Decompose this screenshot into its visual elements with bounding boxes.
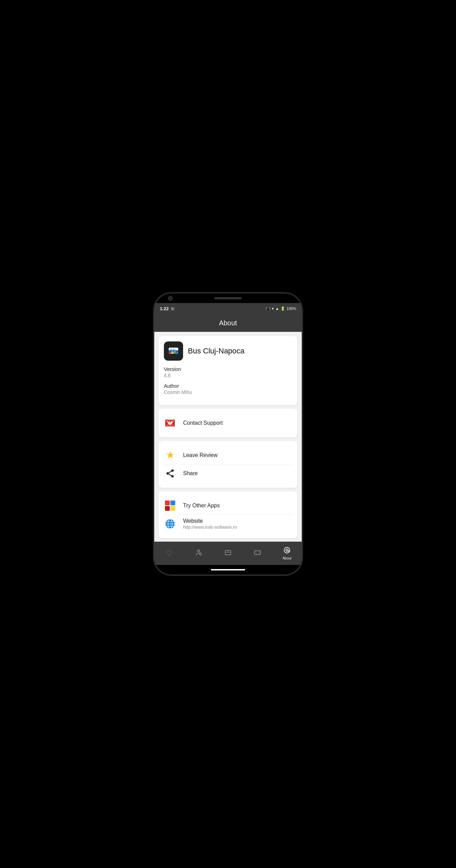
- try-other-apps-item[interactable]: Try Other Apps: [164, 497, 292, 515]
- nav-favorites[interactable]: ♡: [159, 548, 179, 558]
- signal-icon: ▲: [275, 306, 279, 311]
- status-left: 1:22 ◎: [160, 306, 174, 311]
- gmail-icon-wrapper: M: [164, 417, 176, 429]
- nav-routes[interactable]: [218, 547, 238, 559]
- phone-top-bar: [154, 293, 302, 303]
- leave-review-label: Leave Review: [183, 452, 218, 458]
- globe-icon-wrapper: [164, 518, 176, 530]
- svg-rect-11: [176, 352, 178, 354]
- star-icon-wrapper: ★: [164, 449, 176, 461]
- svg-point-20: [171, 475, 174, 478]
- contact-support-label: Contact Support: [183, 420, 223, 426]
- wifi-icon: ▾: [272, 306, 274, 311]
- tickets-icon: [254, 549, 261, 558]
- contact-support-card[interactable]: M Contact Support: [158, 409, 298, 437]
- version-row: Version 4.6: [164, 366, 292, 378]
- svg-rect-10: [173, 352, 176, 354]
- bus-icon: [224, 549, 232, 558]
- author-value: Cosmin Mihu: [164, 389, 292, 395]
- website-text-wrapper: Website http://www.mdc-software.ro: [183, 518, 237, 530]
- app-icon: CLUJ: [164, 341, 183, 361]
- app-info-header: CLUJ Bus Cluj-Napoca: [164, 341, 292, 361]
- svg-point-34: [226, 554, 227, 555]
- website-url: http://www.mdc-software.ro: [183, 525, 237, 530]
- status-bar: 1:22 ◎ 📳 ▾ ▲ 🔋 100%: [154, 303, 302, 314]
- app-name: Bus Cluj-Napoca: [188, 347, 244, 355]
- phone-bottom-bar: [154, 565, 302, 575]
- share-icon-wrapper: [164, 467, 176, 480]
- vibrate-icon: 📳: [266, 306, 271, 311]
- contact-support-item[interactable]: M Contact Support: [164, 414, 292, 432]
- app-icon-svg: CLUJ: [165, 343, 182, 359]
- phone-speaker: [214, 297, 242, 299]
- bus-nav-icon: [224, 549, 232, 556]
- heart-icon: ♡: [166, 550, 172, 557]
- svg-point-41: [286, 549, 288, 551]
- svg-line-22: [169, 471, 171, 473]
- share-item[interactable]: Share: [164, 464, 292, 482]
- author-row: Author Cosmin Mihu: [164, 383, 292, 395]
- battery-percent: 100%: [287, 306, 296, 311]
- try-other-apps-label: Try Other Apps: [183, 503, 220, 509]
- svg-point-18: [171, 469, 174, 472]
- phone-frame: 1:22 ◎ 📳 ▾ ▲ 🔋 100% About: [154, 293, 302, 575]
- leave-review-item[interactable]: ★ Leave Review: [164, 446, 292, 464]
- status-right: 📳 ▾ ▲ 🔋 100%: [266, 306, 296, 311]
- nav-tickets[interactable]: [247, 547, 268, 559]
- location-icon: ◎: [171, 306, 174, 311]
- share-label: Share: [183, 470, 198, 477]
- svg-rect-37: [254, 551, 261, 555]
- bottom-nav: ♡: [154, 542, 302, 565]
- apps-icon-wrapper: [164, 499, 176, 512]
- svg-rect-9: [171, 352, 173, 354]
- nav-about[interactable]: About: [277, 545, 297, 562]
- app-bar: About: [154, 314, 302, 332]
- gmail-icon: M: [164, 417, 176, 429]
- website-item[interactable]: Website http://www.mdc-software.ro: [164, 515, 292, 533]
- author-label: Author: [164, 383, 292, 389]
- version-label: Version: [164, 366, 292, 372]
- about-nav-label: About: [283, 556, 291, 560]
- main-content: CLUJ Bus Cluj-Napoca Version 4.6 Author …: [154, 332, 302, 542]
- review-share-card: ★ Leave Review Share: [158, 441, 298, 488]
- version-value: 4.6: [164, 373, 292, 378]
- phone-camera: [168, 296, 173, 301]
- app-info-card: CLUJ Bus Cluj-Napoca Version 4.6 Author …: [158, 336, 298, 405]
- apps-website-card: Try Other Apps Website http:: [158, 491, 298, 538]
- share-icon: [165, 469, 175, 478]
- map-icon: [195, 549, 202, 558]
- svg-line-21: [169, 474, 171, 476]
- home-indicator: [211, 569, 245, 570]
- about-nav-icon: [283, 546, 291, 554]
- globe-icon: [165, 518, 176, 529]
- svg-point-35: [229, 554, 230, 555]
- app-bar-title: About: [219, 319, 237, 327]
- star-icon: ★: [166, 450, 175, 460]
- svg-point-40: [284, 547, 290, 553]
- apps-grid-icon: [165, 501, 175, 511]
- status-time: 1:22: [160, 306, 169, 311]
- nav-map[interactable]: [188, 547, 209, 559]
- svg-rect-8: [169, 352, 171, 354]
- at-icon: [283, 546, 291, 555]
- svg-text:M: M: [168, 420, 172, 425]
- battery-icon: 🔋: [280, 306, 285, 311]
- svg-point-29: [197, 550, 200, 552]
- website-label: Website: [183, 518, 237, 524]
- svg-point-19: [167, 472, 169, 475]
- tickets-nav-icon: [254, 549, 261, 556]
- map-pin-icon: [195, 549, 202, 556]
